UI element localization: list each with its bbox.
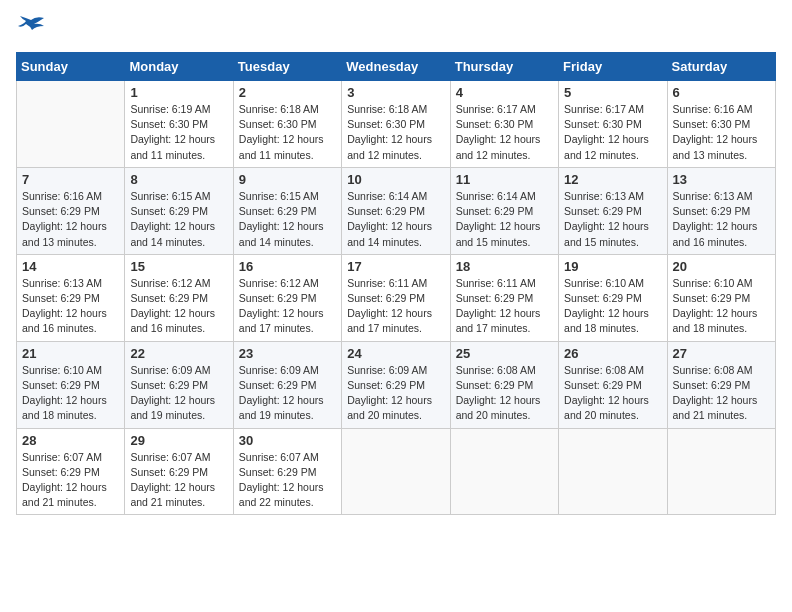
day-info: Sunrise: 6:15 AM Sunset: 6:29 PM Dayligh…: [239, 189, 336, 250]
calendar-day-cell: 29Sunrise: 6:07 AM Sunset: 6:29 PM Dayli…: [125, 428, 233, 515]
calendar-day-cell: 17Sunrise: 6:11 AM Sunset: 6:29 PM Dayli…: [342, 254, 450, 341]
day-info: Sunrise: 6:10 AM Sunset: 6:29 PM Dayligh…: [22, 363, 119, 424]
calendar-day-cell: 13Sunrise: 6:13 AM Sunset: 6:29 PM Dayli…: [667, 167, 775, 254]
calendar-header-row: SundayMondayTuesdayWednesdayThursdayFrid…: [17, 53, 776, 81]
calendar-day-cell: 9Sunrise: 6:15 AM Sunset: 6:29 PM Daylig…: [233, 167, 341, 254]
calendar-day-cell: 8Sunrise: 6:15 AM Sunset: 6:29 PM Daylig…: [125, 167, 233, 254]
calendar-day-cell: 3Sunrise: 6:18 AM Sunset: 6:30 PM Daylig…: [342, 81, 450, 168]
day-number: 9: [239, 172, 336, 187]
calendar-table: SundayMondayTuesdayWednesdayThursdayFrid…: [16, 52, 776, 515]
day-of-week-header: Sunday: [17, 53, 125, 81]
day-number: 12: [564, 172, 661, 187]
day-info: Sunrise: 6:08 AM Sunset: 6:29 PM Dayligh…: [673, 363, 770, 424]
day-number: 1: [130, 85, 227, 100]
calendar-day-cell: 2Sunrise: 6:18 AM Sunset: 6:30 PM Daylig…: [233, 81, 341, 168]
day-number: 3: [347, 85, 444, 100]
calendar-week-row: 21Sunrise: 6:10 AM Sunset: 6:29 PM Dayli…: [17, 341, 776, 428]
calendar-week-row: 14Sunrise: 6:13 AM Sunset: 6:29 PM Dayli…: [17, 254, 776, 341]
day-number: 29: [130, 433, 227, 448]
logo-icon: [16, 16, 46, 40]
day-info: Sunrise: 6:15 AM Sunset: 6:29 PM Dayligh…: [130, 189, 227, 250]
day-number: 16: [239, 259, 336, 274]
calendar-day-cell: [450, 428, 558, 515]
calendar-week-row: 28Sunrise: 6:07 AM Sunset: 6:29 PM Dayli…: [17, 428, 776, 515]
day-info: Sunrise: 6:11 AM Sunset: 6:29 PM Dayligh…: [456, 276, 553, 337]
calendar-day-cell: 10Sunrise: 6:14 AM Sunset: 6:29 PM Dayli…: [342, 167, 450, 254]
day-info: Sunrise: 6:17 AM Sunset: 6:30 PM Dayligh…: [564, 102, 661, 163]
day-info: Sunrise: 6:16 AM Sunset: 6:30 PM Dayligh…: [673, 102, 770, 163]
calendar-day-cell: 14Sunrise: 6:13 AM Sunset: 6:29 PM Dayli…: [17, 254, 125, 341]
day-info: Sunrise: 6:14 AM Sunset: 6:29 PM Dayligh…: [456, 189, 553, 250]
day-info: Sunrise: 6:07 AM Sunset: 6:29 PM Dayligh…: [239, 450, 336, 511]
day-info: Sunrise: 6:09 AM Sunset: 6:29 PM Dayligh…: [239, 363, 336, 424]
day-number: 27: [673, 346, 770, 361]
day-info: Sunrise: 6:08 AM Sunset: 6:29 PM Dayligh…: [564, 363, 661, 424]
calendar-week-row: 7Sunrise: 6:16 AM Sunset: 6:29 PM Daylig…: [17, 167, 776, 254]
calendar-day-cell: [342, 428, 450, 515]
day-number: 7: [22, 172, 119, 187]
calendar-day-cell: 6Sunrise: 6:16 AM Sunset: 6:30 PM Daylig…: [667, 81, 775, 168]
day-number: 28: [22, 433, 119, 448]
day-number: 24: [347, 346, 444, 361]
calendar-day-cell: [667, 428, 775, 515]
calendar-day-cell: 7Sunrise: 6:16 AM Sunset: 6:29 PM Daylig…: [17, 167, 125, 254]
day-info: Sunrise: 6:08 AM Sunset: 6:29 PM Dayligh…: [456, 363, 553, 424]
day-number: 22: [130, 346, 227, 361]
day-number: 6: [673, 85, 770, 100]
day-info: Sunrise: 6:14 AM Sunset: 6:29 PM Dayligh…: [347, 189, 444, 250]
calendar-day-cell: 18Sunrise: 6:11 AM Sunset: 6:29 PM Dayli…: [450, 254, 558, 341]
calendar-day-cell: 4Sunrise: 6:17 AM Sunset: 6:30 PM Daylig…: [450, 81, 558, 168]
day-info: Sunrise: 6:09 AM Sunset: 6:29 PM Dayligh…: [130, 363, 227, 424]
day-info: Sunrise: 6:11 AM Sunset: 6:29 PM Dayligh…: [347, 276, 444, 337]
day-info: Sunrise: 6:18 AM Sunset: 6:30 PM Dayligh…: [239, 102, 336, 163]
day-info: Sunrise: 6:18 AM Sunset: 6:30 PM Dayligh…: [347, 102, 444, 163]
day-of-week-header: Friday: [559, 53, 667, 81]
day-number: 20: [673, 259, 770, 274]
day-info: Sunrise: 6:16 AM Sunset: 6:29 PM Dayligh…: [22, 189, 119, 250]
calendar-day-cell: 26Sunrise: 6:08 AM Sunset: 6:29 PM Dayli…: [559, 341, 667, 428]
day-number: 17: [347, 259, 444, 274]
calendar-day-cell: [559, 428, 667, 515]
calendar-day-cell: 1Sunrise: 6:19 AM Sunset: 6:30 PM Daylig…: [125, 81, 233, 168]
day-of-week-header: Monday: [125, 53, 233, 81]
day-number: 25: [456, 346, 553, 361]
calendar-day-cell: 22Sunrise: 6:09 AM Sunset: 6:29 PM Dayli…: [125, 341, 233, 428]
day-number: 13: [673, 172, 770, 187]
day-info: Sunrise: 6:13 AM Sunset: 6:29 PM Dayligh…: [22, 276, 119, 337]
day-info: Sunrise: 6:10 AM Sunset: 6:29 PM Dayligh…: [564, 276, 661, 337]
day-number: 19: [564, 259, 661, 274]
day-info: Sunrise: 6:12 AM Sunset: 6:29 PM Dayligh…: [130, 276, 227, 337]
logo: [16, 16, 50, 40]
day-number: 8: [130, 172, 227, 187]
day-number: 10: [347, 172, 444, 187]
day-number: 14: [22, 259, 119, 274]
calendar-day-cell: 19Sunrise: 6:10 AM Sunset: 6:29 PM Dayli…: [559, 254, 667, 341]
calendar-day-cell: 20Sunrise: 6:10 AM Sunset: 6:29 PM Dayli…: [667, 254, 775, 341]
day-number: 23: [239, 346, 336, 361]
calendar-day-cell: 28Sunrise: 6:07 AM Sunset: 6:29 PM Dayli…: [17, 428, 125, 515]
day-info: Sunrise: 6:12 AM Sunset: 6:29 PM Dayligh…: [239, 276, 336, 337]
day-number: 11: [456, 172, 553, 187]
calendar-day-cell: 23Sunrise: 6:09 AM Sunset: 6:29 PM Dayli…: [233, 341, 341, 428]
calendar-day-cell: 27Sunrise: 6:08 AM Sunset: 6:29 PM Dayli…: [667, 341, 775, 428]
day-number: 5: [564, 85, 661, 100]
day-of-week-header: Tuesday: [233, 53, 341, 81]
day-info: Sunrise: 6:19 AM Sunset: 6:30 PM Dayligh…: [130, 102, 227, 163]
day-number: 15: [130, 259, 227, 274]
calendar-day-cell: 11Sunrise: 6:14 AM Sunset: 6:29 PM Dayli…: [450, 167, 558, 254]
calendar-day-cell: 15Sunrise: 6:12 AM Sunset: 6:29 PM Dayli…: [125, 254, 233, 341]
day-info: Sunrise: 6:17 AM Sunset: 6:30 PM Dayligh…: [456, 102, 553, 163]
day-number: 26: [564, 346, 661, 361]
day-of-week-header: Thursday: [450, 53, 558, 81]
calendar-day-cell: 25Sunrise: 6:08 AM Sunset: 6:29 PM Dayli…: [450, 341, 558, 428]
calendar-day-cell: 30Sunrise: 6:07 AM Sunset: 6:29 PM Dayli…: [233, 428, 341, 515]
day-info: Sunrise: 6:10 AM Sunset: 6:29 PM Dayligh…: [673, 276, 770, 337]
calendar-day-cell: [17, 81, 125, 168]
day-number: 4: [456, 85, 553, 100]
day-of-week-header: Wednesday: [342, 53, 450, 81]
day-number: 2: [239, 85, 336, 100]
day-info: Sunrise: 6:07 AM Sunset: 6:29 PM Dayligh…: [22, 450, 119, 511]
calendar-day-cell: 5Sunrise: 6:17 AM Sunset: 6:30 PM Daylig…: [559, 81, 667, 168]
calendar-day-cell: 16Sunrise: 6:12 AM Sunset: 6:29 PM Dayli…: [233, 254, 341, 341]
calendar-week-row: 1Sunrise: 6:19 AM Sunset: 6:30 PM Daylig…: [17, 81, 776, 168]
